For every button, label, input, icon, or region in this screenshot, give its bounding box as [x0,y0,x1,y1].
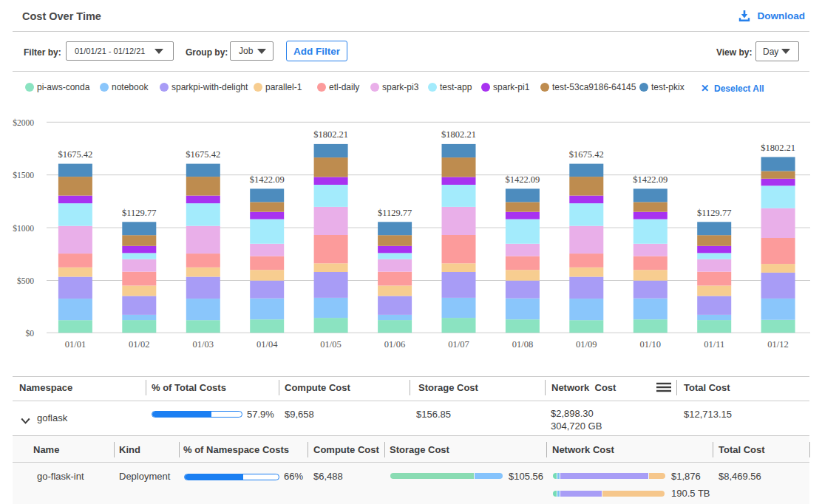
svg-text:$1802.21: $1802.21 [313,129,348,140]
svg-text:$1000: $1000 [13,224,34,233]
svg-text:$500: $500 [17,276,34,285]
svg-text:$1129.77: $1129.77 [122,208,156,218]
svg-text:01/01: 01/01 [65,339,86,350]
svg-text:01/11: 01/11 [704,339,724,350]
svg-text:$1675.42: $1675.42 [58,149,92,160]
svg-text:01/12: 01/12 [767,339,788,350]
svg-text:$1129.77: $1129.77 [378,208,412,218]
svg-text:01/02: 01/02 [129,339,149,350]
svg-text:$1129.77: $1129.77 [697,208,731,218]
svg-text:01/05: 01/05 [320,339,341,350]
svg-text:$2000: $2000 [13,118,34,127]
svg-text:01/09: 01/09 [576,339,597,350]
svg-text:$1675.42: $1675.42 [186,149,220,160]
svg-text:01/04: 01/04 [257,339,278,350]
svg-text:$1422.09: $1422.09 [505,174,540,185]
svg-text:$1802.21: $1802.21 [761,143,795,153]
svg-text:$0: $0 [26,329,35,338]
svg-text:01/08: 01/08 [512,339,533,350]
svg-text:$1675.42: $1675.42 [569,149,604,160]
svg-text:01/07: 01/07 [448,339,469,350]
svg-text:01/06: 01/06 [384,339,405,350]
svg-text:$1802.21: $1802.21 [441,129,476,140]
svg-text:$1500: $1500 [13,171,34,180]
svg-text:01/03: 01/03 [193,339,214,350]
svg-text:$1422.09: $1422.09 [250,174,285,185]
svg-text:01/10: 01/10 [640,339,661,350]
svg-text:$1422.09: $1422.09 [633,174,668,185]
